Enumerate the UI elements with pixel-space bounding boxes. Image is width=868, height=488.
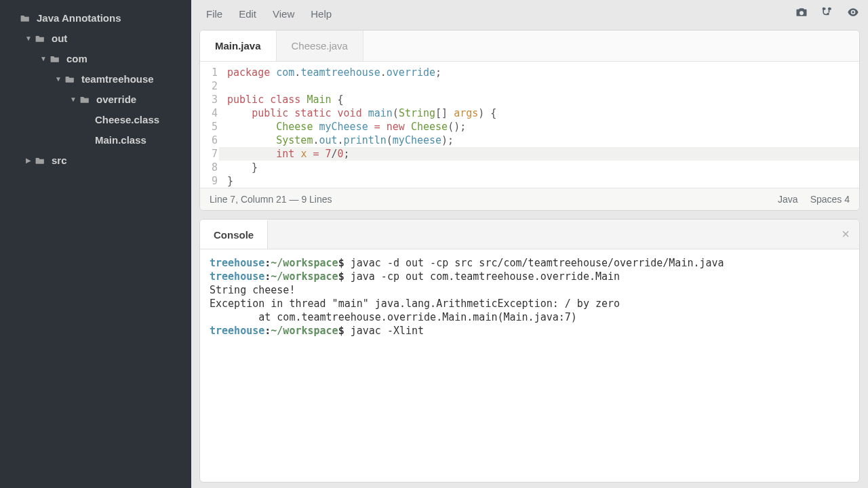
code-area[interactable]: 123456789 package com.teamtreehouse.over… xyxy=(200,62,859,188)
menu-edit[interactable]: Edit xyxy=(232,4,263,24)
console-line: Exception in thread "main" java.lang.Ari… xyxy=(210,297,850,310)
code-line[interactable]: public class Main { xyxy=(223,93,859,106)
folder-icon xyxy=(80,92,91,107)
menu-file[interactable]: File xyxy=(199,4,229,24)
code-line[interactable] xyxy=(223,79,859,93)
fork-icon[interactable] xyxy=(821,5,834,22)
chevron-icon: ▶ xyxy=(24,153,33,168)
tree-label: teamtreehouse xyxy=(81,72,154,87)
console-line: String cheese! xyxy=(210,283,850,297)
editor: Main.javaCheese.java 123456789 package c… xyxy=(199,30,860,211)
camera-icon[interactable] xyxy=(795,5,808,22)
chevron-icon: ▼ xyxy=(69,92,77,107)
tree-item-com[interactable]: ▼com xyxy=(0,49,191,69)
tree-label: com xyxy=(66,52,87,66)
chevron-icon: ▼ xyxy=(24,31,33,46)
console-line: treehouse:~/workspace$ javac -Xlint xyxy=(210,324,850,338)
console-line: treehouse:~/workspace$ java -cp out com.… xyxy=(210,270,850,283)
menubar: FileEditViewHelp xyxy=(191,0,868,27)
folder-icon xyxy=(20,11,31,26)
tree-item-teamtreehouse[interactable]: ▼teamtreehouse xyxy=(0,69,191,89)
tree-label: src xyxy=(52,153,67,168)
code-line[interactable]: } xyxy=(223,174,859,188)
preview-icon[interactable] xyxy=(846,5,860,22)
tree-item-main-class[interactable]: Main.class xyxy=(0,130,191,150)
tree-label: Java Annotations xyxy=(37,11,121,26)
statusbar: Line 7, Column 21 — 9 Lines Java Spaces … xyxy=(200,188,859,210)
tab-cheese-java[interactable]: Cheese.java xyxy=(277,30,363,61)
tree-label: out xyxy=(52,31,67,46)
line-gutter: 123456789 xyxy=(200,66,223,188)
folder-icon xyxy=(35,31,46,46)
menu-help[interactable]: Help xyxy=(304,4,338,24)
console-output[interactable]: treehouse:~/workspace$ javac -d out -cp … xyxy=(200,249,859,344)
console-tab[interactable]: Console xyxy=(200,220,268,249)
code-line[interactable]: System.out.println(myCheese); xyxy=(223,134,859,147)
editor-tabs: Main.javaCheese.java xyxy=(200,30,859,62)
code-line[interactable]: package com.teamtreehouse.override; xyxy=(223,66,859,79)
code-line[interactable]: int x = 7/0; xyxy=(219,147,859,161)
tree-item-cheese-class[interactable]: Cheese.class xyxy=(0,110,191,130)
tree-label: Main.class xyxy=(95,133,146,148)
code-line[interactable]: Cheese myCheese = new Cheese(); xyxy=(223,120,859,134)
console-line: at com.teamtreehouse.override.Main.main(… xyxy=(210,310,850,324)
language-indicator[interactable]: Java xyxy=(778,194,798,205)
tree-item-out[interactable]: ▼out xyxy=(0,28,191,49)
folder-icon xyxy=(65,72,76,87)
tree-item-src[interactable]: ▶src xyxy=(0,150,191,171)
main-area: FileEditViewHelp Main.javaCheese.java 12… xyxy=(191,0,868,488)
console-line: treehouse:~/workspace$ javac -d out -cp … xyxy=(210,256,850,270)
tree-item-override[interactable]: ▼override xyxy=(0,89,191,110)
tab-main-java[interactable]: Main.java xyxy=(200,30,277,61)
menu-view[interactable]: View xyxy=(266,4,301,24)
chevron-icon: ▼ xyxy=(39,52,47,66)
folder-icon xyxy=(50,52,61,66)
cursor-position: Line 7, Column 21 — 9 Lines xyxy=(210,194,332,205)
close-icon[interactable]: × xyxy=(832,226,859,242)
code-line[interactable]: public static void main(String[] args) { xyxy=(223,106,859,120)
chevron-icon: ▼ xyxy=(54,72,62,87)
folder-icon xyxy=(35,153,46,168)
tree-label: Cheese.class xyxy=(95,113,159,127)
tree-label: override xyxy=(96,92,136,107)
file-tree: Java Annotations▼out▼com▼teamtreehouse▼o… xyxy=(0,0,191,488)
console-panel: Console × treehouse:~/workspace$ javac -… xyxy=(199,219,860,483)
code-line[interactable]: } xyxy=(223,161,859,174)
tree-item-java-annotations[interactable]: Java Annotations xyxy=(0,8,191,28)
indent-indicator[interactable]: Spaces 4 xyxy=(810,194,850,205)
